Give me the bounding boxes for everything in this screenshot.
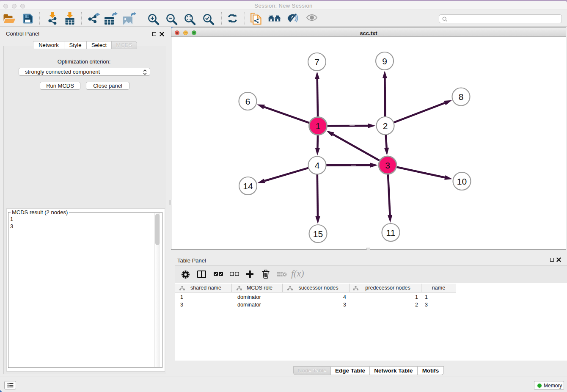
- svg-text:15: 15: [313, 229, 323, 239]
- svg-text:10: 10: [457, 177, 467, 186]
- svg-text:14: 14: [243, 181, 253, 191]
- svg-text:3: 3: [385, 160, 390, 170]
- svg-text:11: 11: [386, 228, 396, 237]
- svg-text:6: 6: [245, 97, 250, 106]
- svg-text:9: 9: [382, 56, 387, 66]
- svg-text:2: 2: [383, 121, 388, 131]
- svg-text:1: 1: [316, 121, 321, 131]
- svg-text:7: 7: [314, 57, 319, 67]
- svg-text:8: 8: [459, 92, 464, 102]
- svg-text:4: 4: [315, 160, 320, 170]
